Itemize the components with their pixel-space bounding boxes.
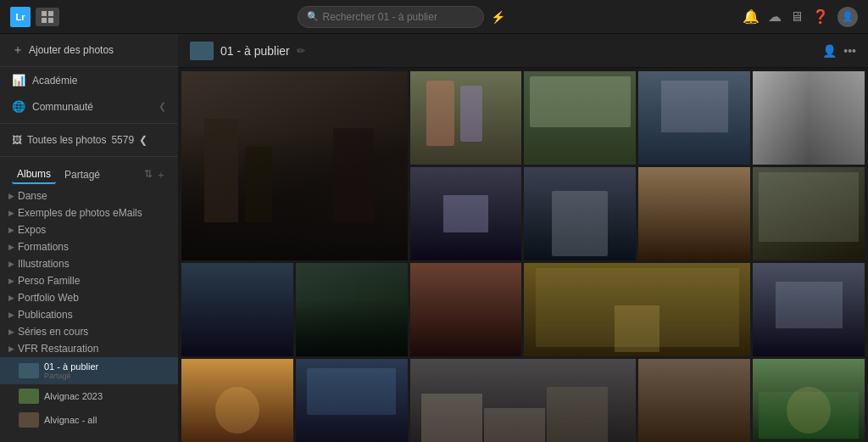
famille-label: Perso Famille [18, 275, 80, 287]
album-header-bar: 01 - à publier ✏ 👤 ••• [178, 34, 868, 68]
series-chevron: ▶ [8, 327, 14, 336]
album-header-right: 👤 ••• [822, 44, 856, 58]
album-item-01-publier[interactable]: 01 - à publier Partagé [0, 357, 178, 384]
all-photos-count: 5579 [111, 134, 134, 146]
svg-rect-3 [48, 18, 53, 23]
topbar: Lr 🔍 ⚡ 🔔 ☁ 🖥 ❓ 👤 [0, 0, 868, 34]
photo-cell-18[interactable] [638, 359, 750, 442]
tab-partage[interactable]: Partagé [59, 166, 105, 183]
grid-view-toggle[interactable] [36, 8, 59, 26]
main-layout: ＋ Ajouter des photos 📊 Académie 🌐 Commun… [0, 34, 868, 442]
vfr-label: VFR Restauration [18, 343, 98, 355]
album-group-emails[interactable]: ▶ Exemples de photos eMails [0, 204, 178, 221]
svg-rect-2 [42, 18, 47, 23]
photo-cell-11[interactable] [296, 263, 408, 356]
photo-cell-10[interactable] [181, 263, 293, 356]
formations-chevron: ▶ [8, 243, 14, 251]
album-item-name: 01 - à publier [44, 361, 98, 372]
svg-rect-0 [42, 11, 47, 16]
danse-chevron: ▶ [8, 192, 14, 200]
lr-logo: Lr [10, 7, 31, 27]
publications-chevron: ▶ [8, 311, 14, 319]
sidebar-item-all-photos[interactable]: 🖼 Toutes les photos 5579 ❮ [0, 127, 178, 153]
communaute-chevron: ❮ [159, 101, 166, 112]
cloud-icon[interactable]: ☁ [768, 8, 782, 25]
photo-cell-8[interactable] [638, 167, 750, 260]
sidebar-separator-2 [0, 156, 178, 157]
albums-header: Albums Partagé ⇅ ＋ [0, 160, 178, 187]
add-photos-button[interactable]: ＋ Ajouter des photos [0, 34, 178, 67]
academie-icon: 📊 [12, 74, 25, 87]
communaute-label: Communauté [32, 101, 93, 113]
topbar-right: 🔔 ☁ 🖥 ❓ 👤 [743, 7, 858, 27]
notification-icon[interactable]: 🔔 [743, 8, 760, 25]
communaute-icon: 🌐 [12, 100, 25, 113]
albums-icons: ⇅ ＋ [144, 168, 166, 182]
album-group-expos[interactable]: ▶ Expos [0, 221, 178, 238]
filter-icon[interactable]: ⚡ [491, 10, 505, 24]
header-more-icon[interactable]: ••• [843, 44, 856, 58]
album-group-illustrations[interactable]: ▶ Illustrations [0, 255, 178, 272]
album-item-sub: Partagé [44, 372, 98, 380]
topbar-left: Lr [10, 7, 59, 27]
header-person-icon[interactable]: 👤 [822, 44, 837, 58]
album-group-vfr[interactable]: ▶ VFR Restauration [0, 340, 178, 357]
search-bar[interactable]: 🔍 [298, 6, 484, 28]
album-group-formations[interactable]: ▶ Formations [0, 238, 178, 255]
photo-cell-19[interactable] [753, 359, 865, 442]
series-label: Séries en cours [18, 326, 88, 338]
avatar[interactable]: 👤 [837, 7, 858, 27]
sort-albums-icon[interactable]: ⇅ [144, 168, 153, 182]
help-icon[interactable]: ❓ [812, 8, 829, 25]
tab-albums[interactable]: Albums [12, 165, 56, 184]
album-group-series[interactable]: ▶ Séries en cours [0, 323, 178, 340]
photo-cell-6[interactable] [410, 167, 522, 260]
photo-cell-7[interactable] [524, 167, 636, 260]
album-item-name-3: Alvignac - all [44, 415, 97, 425]
photo-cell-9[interactable] [753, 167, 865, 260]
expos-label: Expos [18, 224, 46, 236]
photo-cell-17[interactable] [410, 359, 637, 442]
photo-cell-4[interactable] [638, 71, 750, 165]
sidebar-item-academie[interactable]: 📊 Académie [0, 67, 178, 93]
all-photos-label: Toutes les photos [27, 134, 106, 146]
photo-cell-13[interactable] [524, 263, 750, 356]
photo-cell-3[interactable] [524, 71, 636, 165]
album-group-famille[interactable]: ▶ Perso Famille [0, 272, 178, 289]
illustrations-label: Illustrations [18, 258, 70, 270]
famille-chevron: ▶ [8, 277, 14, 285]
publications-label: Publications [18, 309, 73, 321]
add-album-icon[interactable]: ＋ [156, 168, 166, 182]
portfolio-label: Portfolio Web [18, 292, 79, 304]
album-group-portfolio[interactable]: ▶ Portfolio Web [0, 289, 178, 306]
album-thumb-alvignac2023 [19, 389, 39, 404]
content-area: 01 - à publier ✏ 👤 ••• [178, 34, 868, 442]
monitor-icon[interactable]: 🖥 [790, 9, 804, 25]
emails-label: Exemples de photos eMails [18, 207, 142, 219]
academie-label: Académie [32, 75, 77, 87]
all-photos-chevron: ❮ [139, 134, 147, 146]
album-group-publications[interactable]: ▶ Publications [0, 306, 178, 323]
album-item-alvignac-all[interactable]: Alvignac - all [0, 408, 178, 432]
photo-cell-16[interactable] [296, 359, 408, 442]
album-item-alvignac-2023[interactable]: Alvignac 2023 [0, 384, 178, 408]
vfr-chevron: ▶ [8, 344, 14, 353]
illustrations-chevron: ▶ [8, 260, 14, 268]
sidebar: ＋ Ajouter des photos 📊 Académie 🌐 Commun… [0, 34, 178, 442]
album-item-info: 01 - à publier Partagé [44, 361, 98, 380]
search-input[interactable] [323, 11, 475, 23]
photo-cell-15[interactable] [181, 359, 293, 442]
photo-cell-1[interactable] [181, 71, 408, 260]
album-thumb-01 [19, 363, 39, 378]
photo-cell-14[interactable] [753, 263, 865, 356]
edit-album-icon[interactable]: ✏ [297, 45, 305, 57]
photo-cell-5[interactable] [753, 71, 865, 165]
sidebar-item-communaute[interactable]: 🌐 Communauté ❮ [0, 93, 178, 120]
emails-chevron: ▶ [8, 209, 14, 217]
formations-label: Formations [18, 241, 69, 253]
sidebar-separator-1 [0, 123, 178, 124]
photo-cell-2[interactable] [410, 71, 522, 165]
album-item-name-2: Alvignac 2023 [44, 391, 103, 401]
album-group-danse[interactable]: ▶ Danse [0, 187, 178, 204]
photo-cell-12[interactable] [410, 263, 522, 356]
